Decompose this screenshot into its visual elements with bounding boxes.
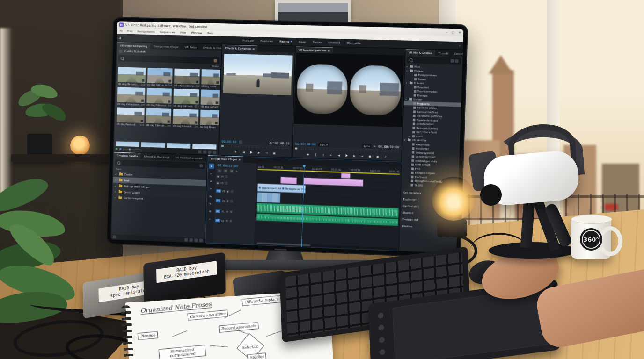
voiceover-mic-icon[interactable]: ● [368,154,372,158]
new-folder-icon[interactable] [214,59,217,62]
clip-thumbnail[interactable] [200,110,219,125]
menu-item[interactable]: Redigerance [137,30,155,34]
panel-tab[interactable]: Effects & Overl [200,44,221,51]
panel-tab[interactable]: Effects & Dangings [141,153,173,160]
twirl-icon[interactable]: ▸ [115,190,117,193]
clip-thumbnail[interactable] [146,108,171,124]
media-clip[interactable]: VR dag Gåmunk. 010 [173,89,199,108]
find-icon[interactable] [203,150,206,153]
selection-tool[interactable]: ➤ [209,164,214,169]
video-clip[interactable] [341,173,351,179]
readout-icon[interactable] [113,235,116,238]
source-patch-a2[interactable]: A2 [215,219,220,222]
panel-menu-icon[interactable]: ≡ [328,49,330,52]
media-clip[interactable]: VR klg füthe [201,69,220,88]
linked-selection-toggle[interactable]: M [223,169,227,172]
clip-thumbnail[interactable] [201,69,220,85]
clip-thumbnail[interactable] [117,87,145,103]
clip-thumbnail[interactable] [173,109,198,125]
track-header[interactable]: V1 V1 ● [214,195,256,207]
32bit-effects-icon[interactable] [455,59,458,63]
track-lock-toggle[interactable] [225,175,227,178]
solo-toggle[interactable]: S [230,210,233,213]
list-view-icon[interactable] [116,148,117,150]
media-clip[interactable]: VR dag Gehart [201,89,220,108]
workspace-tab[interactable]: Elements [347,41,361,45]
accelerated-effects-icon[interactable] [451,59,454,63]
source-monitor-tab[interactable]: Effects & Dangings ≡ [222,44,258,51]
mark-in-icon[interactable]: { [314,152,317,156]
source-patch-v1[interactable]: V1 [216,199,220,202]
window-control-button[interactable]: – [446,30,447,34]
marker-toggle[interactable]: M [230,169,234,173]
media-clip[interactable]: VR dag Gåstank. 2rd [173,109,199,128]
panel-tab[interactable]: Timeline Palette [114,152,141,159]
workspace-tab[interactable]: Preview [242,39,254,43]
panel-tab[interactable]: Elevator [451,50,463,57]
workspace-tab[interactable]: Features [260,39,273,43]
track-lock-toggle[interactable] [225,182,227,185]
add-marker-icon[interactable]: ◆ [306,152,310,156]
source-playhead-knob[interactable] [221,145,224,147]
media-clip[interactable]: VR dag København. 3rd [117,87,145,106]
export-frame-icon[interactable]: ↗ [383,155,388,158]
twirl-icon[interactable]: ▾ [406,82,408,84]
twirl-icon[interactable]: ▸ [115,185,117,187]
twirl-icon[interactable]: ▸ [115,179,117,181]
effects-search[interactable] [407,57,461,64]
timeline-tracks[interactable]: 00:0000:00:1500:00:3000:00:4500:01:0000:… [254,163,401,251]
step-forward-icon[interactable]: ▶ [257,151,261,154]
mark-out-icon[interactable]: } [322,153,326,157]
list-view-icon[interactable] [184,238,188,241]
stereo-viewport[interactable] [294,53,404,127]
clip-thumbnail[interactable] [118,67,146,83]
twirl-icon[interactable]: ▸ [115,196,117,199]
fit-icon[interactable] [239,140,242,144]
slip-tool[interactable]: ↹ [208,194,213,199]
icon-view-icon[interactable] [190,238,193,242]
twirl-icon[interactable]: ▾ [406,69,409,72]
source-viewport[interactable] [223,54,293,95]
trash-icon[interactable] [199,239,203,242]
zoom-tool[interactable]: ⌕ [207,216,212,222]
trash-icon[interactable] [213,151,216,154]
mute-toggle[interactable]: M [226,210,228,213]
twirl-icon[interactable]: ▸ [409,135,411,137]
clip-thumbnail[interactable] [173,89,199,105]
media-clip[interactable]: VR dag Gibbecin. 9rd [147,68,172,87]
go-to-out-icon[interactable]: ⇥ [360,154,364,158]
play-icon[interactable] [249,151,253,154]
menu-item[interactable]: Sequences [160,30,175,34]
track-visibility-toggle[interactable]: ● [226,200,229,202]
clip-thumbnail[interactable] [147,68,173,84]
go-to-in-icon[interactable]: ⇤ [234,150,238,154]
title-clip[interactable]: Wandermarkt Addex [257,183,283,192]
title-clip[interactable]: Transgate aw 10 kur [281,184,306,193]
filter-icon[interactable] [200,164,203,167]
camera-export-icon[interactable]: ▣ [272,151,276,155]
source-patch-v[interactable]: V1 [216,189,221,193]
workspace-tab[interactable]: Element [328,41,340,44]
panel-tab[interactable]: VR Mix & Granes [405,49,435,56]
icon-view-icon[interactable] [119,148,121,150]
scrollbar-handle[interactable] [256,242,310,246]
workspace-tab[interactable]: Series [313,41,322,44]
panel-menu-icon[interactable]: ≡ [252,47,255,50]
track-header[interactable]: A2 A2 M S [214,216,255,226]
hand-tool[interactable]: ✥ [207,209,212,215]
mute-toggle[interactable]: M [225,219,228,222]
workspace-tab[interactable]: Razing [279,40,292,43]
menu-item[interactable]: Edit [127,29,133,33]
clip-thumbnail[interactable] [174,69,200,85]
menu-item[interactable]: Help [207,31,213,35]
twirl-icon[interactable]: ▾ [406,65,409,68]
clip-thumbnail[interactable] [201,89,220,105]
search-input[interactable] [125,58,212,61]
track-select-tool[interactable]: ⇥ [209,171,214,176]
media-clip[interactable]: VR dåg Gøslund. 016 [117,107,145,126]
close-tab-icon[interactable]: × [238,158,241,161]
vr-playhead-knob[interactable] [295,147,297,149]
track-visibility-toggle[interactable]: ● [216,181,219,184]
panel-tab[interactable]: VR headset preview [173,154,206,162]
twirl-icon[interactable]: ▾ [404,139,406,141]
